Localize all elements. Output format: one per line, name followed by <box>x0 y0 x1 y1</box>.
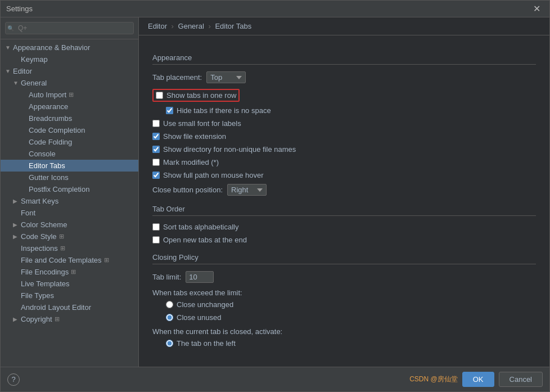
closing-policy-section-header: Closing Policy <box>152 253 536 264</box>
close-button-select[interactable]: Right Left Hidden <box>227 184 267 196</box>
hide-tabs-label[interactable]: Hide tabs if there is no space <box>177 106 271 115</box>
small-font-wrap: Use small font for labels <box>152 119 536 128</box>
closing-policy-title: Closing Policy <box>152 253 199 262</box>
ok-button[interactable]: OK <box>462 372 494 387</box>
sidebar-item-general[interactable]: ▼ General <box>1 77 138 89</box>
sidebar-item-label: Auto Import <box>29 91 66 99</box>
show-file-ext-label[interactable]: Show file extension <box>163 132 226 141</box>
breadcrumb-editor: Editor <box>148 22 167 30</box>
show-file-ext-checkbox[interactable] <box>152 133 160 140</box>
sidebar-item-android-layout-editor[interactable]: Android Layout Editor <box>1 301 138 313</box>
when-current-closed-label: When the current tab is closed, activate… <box>152 327 536 336</box>
help-button[interactable]: ? <box>7 373 20 386</box>
sidebar-item-label: Code Completion <box>29 126 85 134</box>
close-button-label: Close button position: <box>152 186 223 194</box>
panel-content: Appearance Tab placement: Top Bottom Lef… <box>139 35 549 367</box>
close-unused-radio[interactable] <box>166 314 173 321</box>
small-font-checkbox[interactable] <box>152 120 160 127</box>
sidebar-item-smart-keys[interactable]: ▶ Smart Keys <box>1 195 138 207</box>
sidebar-item-label: Breadcrumbs <box>29 114 72 123</box>
sidebar-item-label: Smart Keys <box>21 197 58 205</box>
show-full-path-checkbox[interactable] <box>152 172 160 179</box>
sidebar-item-editor[interactable]: ▼ Editor <box>1 65 138 77</box>
sidebar-item-file-encodings[interactable]: File Encodings ⊞ <box>1 266 138 278</box>
window-title: Settings <box>6 4 33 13</box>
sort-alphabetically-label[interactable]: Sort tabs alphabetically <box>163 223 238 231</box>
show-file-ext-wrap: Show file extension <box>152 132 536 141</box>
sidebar-item-label: File Types <box>21 291 54 300</box>
bottom-left: ? <box>7 373 20 386</box>
sidebar-item-label: Keymap <box>21 55 48 64</box>
hide-tabs-checkbox[interactable] <box>166 107 173 114</box>
checkbox-highlight-border: Show tabs in one row <box>152 89 240 102</box>
sidebar-item-code-completion[interactable]: Code Completion <box>1 124 138 136</box>
small-font-label[interactable]: Use small font for labels <box>163 119 241 128</box>
show-directory-checkbox[interactable] <box>152 146 160 153</box>
sidebar-item-label: Postfix Completion <box>29 185 89 193</box>
sidebar-item-label: Color Scheme <box>21 220 67 229</box>
close-button-row: Close button position: Right Left Hidden <box>152 184 536 196</box>
sidebar-item-console[interactable]: Console <box>1 148 138 160</box>
tab-placement-select[interactable]: Top Bottom Left Right None <box>206 71 246 83</box>
sidebar-item-editor-tabs[interactable]: Editor Tabs <box>1 160 138 172</box>
badge-icon: ⊞ <box>69 91 74 98</box>
sidebar-item-label: Gutter Icons <box>29 173 69 182</box>
tab-on-left-wrap: The tab on the left <box>166 339 536 348</box>
sidebar-item-appearance-behavior[interactable]: ▼ Appearance & Behavior <box>1 42 138 53</box>
tab-on-left-radio[interactable] <box>166 340 173 347</box>
title-bar: Settings ✕ <box>1 1 549 17</box>
tab-limit-label: Tab limit: <box>152 273 181 281</box>
show-tabs-one-row-wrap: Show tabs in one row <box>152 89 536 102</box>
open-new-end-label[interactable]: Open new tabs at the end <box>163 236 247 244</box>
sidebar-item-font[interactable]: Font <box>1 207 138 219</box>
sidebar-item-file-types[interactable]: File Types <box>1 290 138 301</box>
badge-icon: ⊞ <box>71 268 76 276</box>
close-unused-label[interactable]: Close unused <box>177 313 222 322</box>
sidebar-item-label: Inspections <box>21 244 58 253</box>
sidebar-item-file-code-templates[interactable]: File and Code Templates ⊞ <box>1 254 138 266</box>
open-new-end-checkbox[interactable] <box>152 236 160 244</box>
appearance-title: Appearance <box>152 53 192 62</box>
appearance-section-header: Appearance <box>152 53 536 65</box>
sidebar-item-label: Editor Tabs <box>29 161 65 170</box>
search-wrap <box>5 22 134 34</box>
tab-on-left-label[interactable]: The tab on the left <box>177 339 236 348</box>
show-directory-wrap: Show directory for non-unique file names <box>152 145 536 154</box>
sidebar-item-gutter-icons[interactable]: Gutter Icons <box>1 172 138 183</box>
collapse-arrow: ▼ <box>13 80 21 86</box>
sort-alphabetically-checkbox[interactable] <box>152 223 160 231</box>
sidebar-item-code-folding[interactable]: Code Folding <box>1 136 138 148</box>
sidebar-item-auto-import[interactable]: Auto Import ⊞ <box>1 89 138 101</box>
sidebar-item-code-style[interactable]: ▶ Code Style ⊞ <box>1 231 138 242</box>
sidebar-item-inspections[interactable]: Inspections ⊞ <box>1 242 138 254</box>
collapse-arrow: ▼ <box>5 44 13 51</box>
search-input[interactable] <box>5 22 134 34</box>
sidebar-item-live-templates[interactable]: Live Templates <box>1 278 138 290</box>
badge-icon: ⊞ <box>59 233 64 240</box>
close-unchanged-wrap: Close unchanged <box>166 300 536 309</box>
show-directory-label[interactable]: Show directory for non-unique file names <box>163 145 296 154</box>
close-unchanged-label[interactable]: Close unchanged <box>177 300 233 309</box>
breadcrumb-editor-tabs: Editor Tabs <box>215 22 251 30</box>
mark-modified-checkbox[interactable] <box>152 159 160 166</box>
close-unchanged-radio[interactable] <box>166 301 173 308</box>
sidebar-item-label: Console <box>29 150 56 158</box>
mark-modified-label[interactable]: Mark modified (*) <box>163 158 219 166</box>
tab-limit-input[interactable] <box>186 271 214 283</box>
show-tabs-one-row-label[interactable]: Show tabs in one row <box>166 91 236 100</box>
close-button[interactable]: ✕ <box>530 2 544 15</box>
sidebar-item-appearance[interactable]: Appearance <box>1 101 138 112</box>
hide-tabs-wrap: Hide tabs if there is no space <box>166 106 536 115</box>
sidebar-item-copyright[interactable]: ▶ Copyright ⊞ <box>1 313 138 325</box>
cancel-button[interactable]: Cancel <box>499 372 543 387</box>
mark-modified-wrap: Mark modified (*) <box>152 158 536 166</box>
sidebar-item-breadcrumbs[interactable]: Breadcrumbs <box>1 112 138 124</box>
sidebar-item-keymap[interactable]: Keymap <box>1 53 138 65</box>
show-full-path-label[interactable]: Show full path on mouse hover <box>163 171 264 179</box>
sidebar-item-color-scheme[interactable]: ▶ Color Scheme <box>1 219 138 231</box>
tab-placement-row: Tab placement: Top Bottom Left Right Non… <box>152 71 536 83</box>
bottom-bar: ? CSDN @房仙堂 OK Cancel <box>1 367 549 391</box>
sidebar-item-postfix-completion[interactable]: Postfix Completion <box>1 183 138 195</box>
breadcrumb-general: General <box>178 22 204 30</box>
show-tabs-one-row-checkbox[interactable] <box>156 92 163 99</box>
